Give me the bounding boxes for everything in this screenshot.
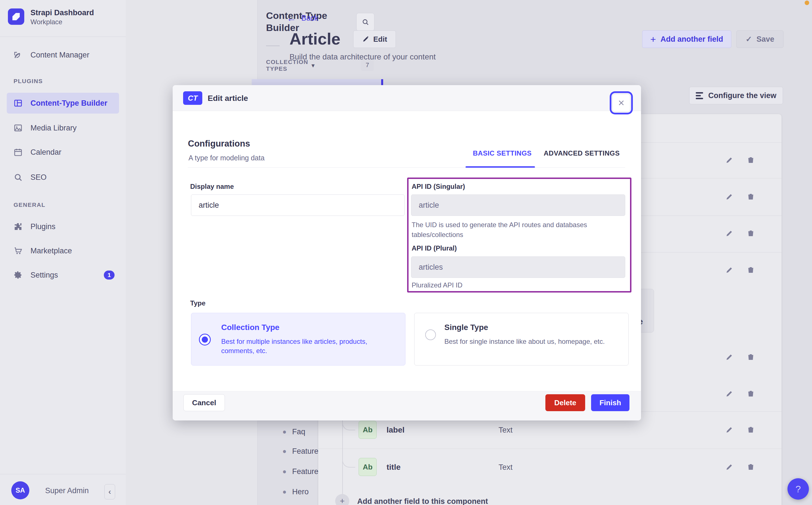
sidebar-item-content-manager[interactable]: Content Manager (0, 44, 126, 65)
api-id-singular-helper: The UID is used to generate the API rout… (412, 220, 609, 239)
row-actions (725, 154, 759, 166)
sidebar-item-content-type-builder[interactable]: Content-Type Builder (7, 93, 119, 114)
tab-basic-settings[interactable]: BASIC SETTINGS (473, 149, 532, 157)
trash-icon[interactable] (746, 389, 755, 398)
api-id-plural-helper: Pluralized API ID (412, 280, 462, 290)
field-type: Text (498, 426, 513, 435)
sidebar-item-plugins[interactable]: Plugins (0, 216, 126, 237)
finish-button[interactable]: Finish (591, 394, 629, 411)
trash-icon[interactable] (746, 463, 755, 471)
tab-advanced-settings[interactable]: ADVANCED SETTINGS (544, 149, 619, 157)
text-field-type-badge: Ab (359, 421, 377, 439)
search-icon (362, 18, 369, 26)
avatar[interactable]: SA (11, 481, 29, 499)
row-actions (725, 351, 759, 363)
close-icon (617, 99, 625, 107)
trash-icon[interactable] (746, 353, 755, 361)
pencil-icon[interactable] (725, 229, 733, 237)
collection-types-header[interactable]: COLLECTION TYPES ▾ (266, 61, 315, 70)
trash-icon[interactable] (746, 426, 755, 434)
sidebar-item-label: Calendar (30, 148, 62, 157)
add-field-row-label[interactable]: Add another field to this component (357, 497, 488, 505)
sidebar-item-settings[interactable]: Settings 1 (0, 265, 126, 286)
display-name-input[interactable]: article (191, 194, 404, 216)
cart-icon (14, 246, 23, 255)
api-id-plural-input[interactable]: articles (411, 257, 625, 278)
pencil-icon[interactable] (725, 389, 733, 398)
api-id-singular-input[interactable]: article (411, 194, 625, 216)
arrow-left-icon: ← (286, 13, 296, 23)
row-actions (725, 388, 759, 399)
pencil-icon[interactable] (725, 266, 733, 274)
content-type-badge: CT (183, 91, 202, 105)
sidebar-item-media-library[interactable]: Media Library (0, 118, 126, 138)
image-icon (14, 124, 23, 133)
workspace-title: Strapi Dashboard (30, 8, 94, 17)
divider (266, 45, 279, 46)
modal-title: Edit article (208, 94, 248, 103)
active-tab-underline (466, 166, 535, 168)
trash-icon[interactable] (746, 266, 755, 274)
edit-button[interactable]: Edit (353, 30, 396, 48)
sidebar-item-seo[interactable]: SEO (0, 167, 126, 188)
help-button[interactable]: ? (788, 478, 809, 500)
configurations-heading: Configurations (188, 139, 250, 149)
pencil-icon[interactable] (725, 156, 733, 164)
divider (318, 449, 782, 449)
sidebar-item-calendar[interactable]: Calendar (0, 142, 126, 163)
feather-icon (14, 50, 23, 59)
trash-icon[interactable] (746, 229, 755, 237)
pencil-icon[interactable] (725, 192, 733, 201)
user-name: Super Admin (45, 486, 89, 495)
divider (0, 37, 126, 37)
row-actions (725, 264, 759, 276)
radio-unselected-icon[interactable] (425, 329, 436, 340)
single-type-description: Best for single instance like about us, … (444, 337, 622, 346)
configure-view-button[interactable]: Configure the view (689, 87, 783, 104)
row-actions (725, 191, 759, 202)
chevron-down-icon: ▾ (312, 62, 315, 69)
pencil-icon[interactable] (725, 353, 733, 361)
back-link[interactable]: ← Back (286, 12, 318, 24)
row-actions (725, 424, 759, 436)
collection-type-description: Best for multiple instances like article… (221, 337, 385, 355)
nav-section-general: GENERAL (14, 201, 45, 208)
configurations-subheading: A type for modeling data (189, 154, 265, 162)
sidebar-item-label: Plugins (30, 222, 55, 231)
sidebar-item-label: Media Library (30, 124, 77, 133)
divider (188, 167, 625, 168)
bullet-icon: ● (282, 488, 286, 496)
text-field-type-badge: Ab (359, 458, 377, 476)
bullet-icon: ● (282, 468, 286, 475)
type-label: Type (190, 299, 205, 307)
pencil-icon[interactable] (725, 463, 733, 471)
close-button[interactable] (612, 94, 630, 112)
single-type-option[interactable]: Single Type Best for single instance lik… (414, 313, 628, 365)
pencil-icon[interactable] (725, 426, 733, 434)
recording-dot (805, 1, 809, 5)
field-type: Text (498, 463, 513, 472)
cancel-button[interactable]: Cancel (184, 394, 225, 411)
delete-button[interactable]: Delete (545, 394, 585, 411)
modal-footer: Cancel Delete Finish (173, 391, 641, 420)
page-subtitle: Build the data architecture of your cont… (289, 52, 436, 61)
bullet-icon: ● (282, 447, 286, 455)
strapi-app-window: Strapi Dashboard Workplace Content Manag… (0, 0, 812, 505)
add-another-field-button[interactable]: + Add another field (642, 30, 731, 48)
search-button[interactable] (356, 13, 374, 31)
trash-icon[interactable] (746, 192, 755, 201)
sidebar-item-label: Content-Type Builder (30, 99, 108, 108)
collection-type-option[interactable]: Collection Type Best for multiple instan… (191, 313, 405, 365)
strapi-logo-icon[interactable] (8, 8, 24, 25)
divider (0, 474, 126, 474)
pencil-icon (362, 35, 369, 43)
trash-icon[interactable] (746, 156, 755, 164)
page-title: Article (289, 29, 341, 48)
save-button[interactable]: ✓ Save (736, 30, 784, 48)
api-id-singular-label: API ID (Singular) (412, 183, 465, 190)
sidebar-item-marketplace[interactable]: Marketplace (0, 240, 126, 261)
collapse-sidebar-button[interactable]: ‹ (104, 484, 115, 499)
radio-selected-icon[interactable] (199, 334, 211, 345)
settings-notification-badge: 1 (104, 271, 115, 280)
collection-type-title: Collection Type (221, 323, 279, 332)
